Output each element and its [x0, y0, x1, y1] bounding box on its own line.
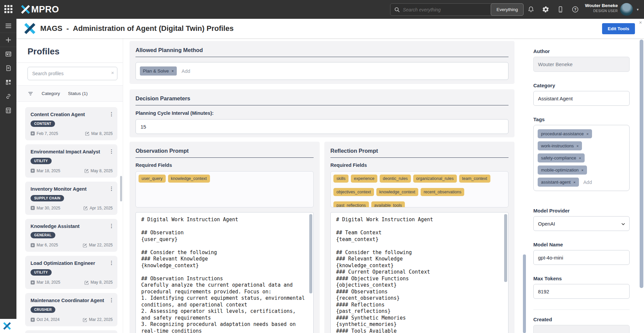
app-launcher-icon[interactable] — [4, 5, 13, 14]
data-streams-icon[interactable] — [0, 61, 16, 75]
kebab-menu-icon[interactable]: ⋮ — [109, 223, 114, 229]
topbar: MPRO Everything ? — [0, 0, 644, 19]
filter-category[interactable]: Category — [42, 91, 60, 96]
editor-scrollbar-thumb[interactable] — [504, 214, 507, 282]
xmpro-x-icon — [3, 322, 11, 330]
profile-card[interactable]: Knowledge Assistant ⋮ GENERAL Mar 6, 202… — [25, 219, 117, 252]
mobile-device-icon[interactable] — [557, 6, 564, 13]
field-chip[interactable]: available_tools — [371, 201, 405, 207]
reflection-prompt-section: Reflection Prompt Required Fields skills… — [324, 142, 515, 333]
reflection-prompt-editor[interactable]: # Digital Work Instruction Agent ## Team… — [330, 212, 508, 333]
model-provider-label: Model Provider — [533, 208, 630, 213]
remove-tag-icon[interactable]: × — [586, 132, 589, 136]
help-icon[interactable]: ? — [572, 6, 579, 13]
modified-date: Mar 8, 2025 — [85, 131, 113, 136]
category-label: Category — [533, 83, 630, 88]
field-chip[interactable]: knowledge_context — [376, 188, 418, 196]
reflection-required-fields: skills experience deontic_rules organiza… — [330, 171, 508, 207]
search-icon — [394, 7, 400, 13]
main-scrollbar-thumb[interactable] — [523, 254, 526, 333]
field-chip[interactable]: objectives_context — [333, 188, 374, 196]
field-chip[interactable]: skills — [333, 175, 348, 183]
chevron-down-icon — [621, 222, 626, 226]
dashboards-icon[interactable] — [0, 47, 16, 61]
integrations-link-icon[interactable] — [0, 89, 16, 103]
settings-gear-icon[interactable] — [542, 6, 549, 13]
remove-tag-icon[interactable]: × — [579, 156, 581, 160]
avatar[interactable] — [620, 3, 633, 16]
profiles-search-input[interactable] — [28, 67, 117, 80]
profiles-panel: Profiles × Category Status (1) Content C… — [16, 38, 123, 333]
app-header: MAGS - Administration of Agent (Digital … — [16, 19, 644, 38]
field-chip[interactable]: knowledge_context — [168, 175, 210, 183]
topbar-icons: ? — [527, 0, 579, 19]
field-chip[interactable]: deontic_rules — [380, 175, 411, 183]
remove-tag-icon[interactable]: × — [581, 168, 584, 172]
planning-method-input[interactable]: Plan & Solve × Add — [136, 62, 508, 80]
max-tokens-label: Max Tokens — [533, 276, 630, 281]
app-name: MAGS — [40, 24, 62, 33]
created-date: Mar 18, 2025 — [31, 280, 60, 285]
remove-method-icon[interactable]: × — [171, 69, 174, 74]
menu-hamburger-icon[interactable] — [0, 19, 16, 33]
planning-interval-label: Planning Cycle Interval (Minutes): — [136, 110, 508, 116]
created-date: Oct 24, 2024 — [31, 317, 60, 322]
tags-input[interactable]: procedural-assistance× work-instructions… — [533, 125, 630, 191]
created-plus-icon — [31, 169, 35, 173]
notifications-bell-icon[interactable] — [527, 6, 535, 13]
section-heading: Decision Parameters — [136, 95, 508, 105]
observation-prompt-editor[interactable]: # Digital Work Instruction Agent ## Obse… — [136, 212, 314, 333]
category-field[interactable] — [533, 91, 630, 106]
profile-card[interactable]: Mining Assistant ⋮ — [25, 330, 117, 333]
editor-scrollbar-thumb[interactable] — [309, 214, 312, 293]
search-scope-button[interactable]: Everything — [491, 3, 524, 16]
svg-text:?: ? — [574, 7, 577, 11]
model-provider-select[interactable]: OpenAI — [533, 216, 630, 231]
kebab-menu-icon[interactable]: ⋮ — [109, 111, 114, 117]
field-chip[interactable]: user_query — [139, 175, 166, 183]
profile-card[interactable]: Content Creation Agent ⋮ CONTENT Feb 7, … — [25, 107, 117, 140]
field-chip[interactable]: team_context — [459, 175, 490, 183]
clear-search-icon[interactable]: × — [111, 70, 114, 76]
filter-icon[interactable] — [28, 91, 34, 97]
edit-pencil-icon — [85, 280, 89, 285]
kebab-menu-icon[interactable]: ⋮ — [109, 148, 114, 154]
add-new-icon[interactable] — [0, 33, 16, 47]
kebab-menu-icon[interactable]: ⋮ — [109, 260, 114, 266]
page-scrollbar-thumb[interactable] — [640, 40, 643, 288]
profile-card[interactable]: Environmental Impact Analyst ⋮ UTILITY M… — [25, 144, 117, 178]
edit-tools-button[interactable]: Edit Tools — [602, 23, 635, 34]
tag-pill: safety-compliance× — [538, 153, 585, 162]
field-chip[interactable]: experience — [351, 175, 377, 183]
profile-dates: Mar 18, 2025 May 8, 2025 — [31, 169, 113, 173]
profile-dates: Mar 18, 2025 May 8, 2025 — [31, 280, 113, 285]
model-name-field[interactable] — [533, 250, 630, 265]
observation-prompt-section: Observation Prompt Required Fields user_… — [129, 142, 320, 333]
remove-tag-icon[interactable]: × — [573, 180, 576, 184]
max-tokens-field[interactable] — [533, 284, 630, 299]
profile-card[interactable]: Load Optimization Engineer ⋮ UTILITY Mar… — [25, 256, 117, 289]
user-caret-icon[interactable]: ▾ — [637, 7, 639, 12]
profiles-scrollbar-thumb[interactable] — [120, 176, 122, 201]
kebab-menu-icon[interactable]: ⋮ — [109, 186, 114, 192]
filter-status[interactable]: Status (1) — [68, 91, 88, 96]
remove-tag-icon[interactable]: × — [577, 144, 579, 148]
profile-card[interactable]: Inventory Monitor Agent ⋮ SUPPLY CHAIN M… — [25, 182, 117, 215]
recommendations-icon[interactable] — [0, 103, 16, 117]
profile-category-badge: SUPPLY CHAIN — [31, 195, 64, 201]
profile-card[interactable]: Maintenance Coordinator Agent ⋮ CRUSHER … — [25, 293, 117, 326]
field-chip[interactable]: past_reflections — [333, 201, 369, 207]
user-menu[interactable]: Wouter Beneke DESIGN USER — [585, 3, 618, 13]
search-input[interactable] — [403, 7, 491, 12]
add-method-placeholder[interactable]: Add — [181, 68, 190, 74]
field-chip[interactable]: recent_observations — [421, 188, 465, 196]
field-chip[interactable]: organizational_rules — [413, 175, 457, 183]
user-name: Wouter Beneke — [585, 3, 618, 8]
planning-interval-input[interactable] — [136, 119, 508, 134]
kebab-menu-icon[interactable]: ⋮ — [109, 297, 114, 303]
add-tag-placeholder[interactable]: Add — [583, 180, 592, 185]
global-search: Everything — [390, 3, 524, 16]
xmpro-logo[interactable]: MPRO — [20, 4, 59, 15]
app-designer-icon[interactable] — [0, 75, 16, 89]
close-icon[interactable]: × — [639, 19, 642, 25]
